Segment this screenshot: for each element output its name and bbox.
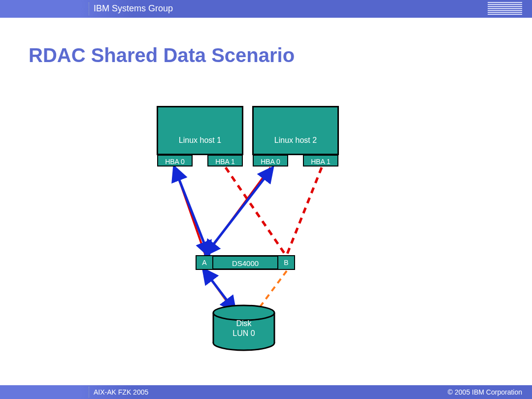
footer-right-label: © 2005 IBM Corporation [448, 388, 522, 396]
svg-rect-0 [488, 2, 522, 3]
svg-rect-3 [488, 8, 522, 9]
header-group-label: IBM Systems Group [94, 3, 173, 14]
slide-title: RDAC Shared Data Scenario [29, 44, 295, 66]
header-divider [89, 2, 89, 15]
svg-line-7 [175, 167, 205, 255]
ibm-logo-icon [488, 2, 522, 16]
svg-rect-6 [488, 14, 522, 15]
svg-rect-1 [488, 4, 522, 5]
svg-line-10 [287, 167, 322, 255]
storage-port-a: A [196, 255, 213, 270]
storage-port-b: B [277, 255, 295, 270]
footer-divider [89, 387, 89, 398]
disk-label-line1: Disk [214, 319, 273, 328]
svg-rect-5 [488, 12, 522, 13]
svg-line-8 [206, 167, 270, 255]
host-2-hba-1: HBA 1 [303, 155, 338, 166]
host-1-hba-1: HBA 1 [207, 155, 243, 166]
host-box-1: Linux host 1 HBA 0 HBA 1 [157, 106, 243, 155]
svg-line-12 [209, 172, 269, 250]
storage-array-label: DS4000 [232, 259, 259, 267]
footer-band: AIX-AK FZK 2005 © 2005 IBM Corporation [0, 385, 532, 399]
svg-rect-2 [488, 6, 522, 7]
host-1-hba-0: HBA 0 [157, 155, 193, 166]
host-box-2: Linux host 2 HBA 0 HBA 1 [252, 106, 339, 155]
host-2-hba-0: HBA 0 [253, 155, 288, 166]
svg-point-20 [213, 305, 274, 320]
disk-label-line2: LUN 0 [214, 329, 273, 338]
host-2-label: Linux host 2 [254, 136, 337, 145]
header-band: IBM Systems Group [0, 0, 532, 18]
svg-rect-4 [488, 10, 522, 11]
svg-line-14 [257, 271, 287, 311]
storage-array-box: DS4000 A B [196, 255, 295, 270]
host-1-label: Linux host 1 [158, 136, 242, 145]
svg-line-15 [207, 274, 232, 306]
svg-line-11 [176, 172, 207, 250]
svg-line-9 [226, 167, 286, 255]
footer-left-label: AIX-AK FZK 2005 [94, 388, 148, 396]
svg-line-13 [205, 271, 233, 310]
